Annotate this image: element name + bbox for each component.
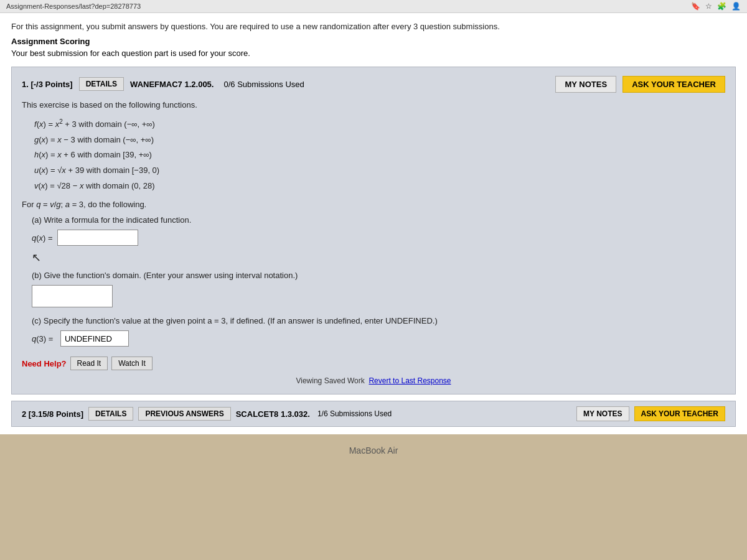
macbook-bar: MacBook Air xyxy=(0,434,747,462)
assignment-info: For this assignment, you submit answers … xyxy=(11,21,736,33)
cursor-indicator: ↖ xyxy=(32,251,725,264)
viewing-saved-row: Viewing Saved Work Revert to Last Respon… xyxy=(22,376,725,385)
part-c-text: (c) Specify the function's value at the … xyxy=(32,316,438,325)
watch-it-button[interactable]: Watch It xyxy=(111,357,153,370)
macbook-label: MacBook Air xyxy=(349,446,398,455)
question-1-body: This exercise is based on the following … xyxy=(22,100,725,386)
best-submission-line: Your best submission for each question p… xyxy=(11,49,736,58)
part-a-prefix: q(x) = xyxy=(32,233,55,243)
exercise-intro: This exercise is based on the following … xyxy=(22,100,725,110)
part-a-label: (a) Write a formula for the indicated fu… xyxy=(32,215,725,225)
account-icon[interactable]: 👤 xyxy=(731,2,741,11)
main-content: For this assignment, you submit answers … xyxy=(0,13,747,434)
function-f: f(x) = x2 + 3 with domain (−∞, +∞) xyxy=(34,116,725,133)
part-b-label: (b) Give the function's domain. (Enter y… xyxy=(32,271,725,280)
function-u: u(x) = √x + 39 with domain [−39, 0) xyxy=(34,163,725,179)
revert-link[interactable]: Revert to Last Response xyxy=(369,376,451,385)
part-a-text: (a) Write a formula for the indicated fu… xyxy=(32,215,191,225)
question-2-details-button[interactable]: DETAILS xyxy=(88,407,133,421)
for-q-text: For q = v/g; a = 3, do the following. xyxy=(22,200,725,209)
question-2-bar: 2 [3.15/8 Points] DETAILS PREVIOUS ANSWE… xyxy=(11,401,736,427)
question-2-points: 2 [3.15/8 Points] xyxy=(22,409,83,419)
question-2-title: SCALCET8 1.3.032. xyxy=(236,409,310,419)
top-bar: Assignment-Responses/last?dep=28278773 🔖… xyxy=(0,0,747,13)
part-c-input[interactable] xyxy=(60,330,129,347)
part-b-text: (b) Give the function's domain. (Enter y… xyxy=(32,271,298,280)
bottom-ask-teacher-button[interactable]: ASK YOUR TEACHER xyxy=(634,406,725,421)
cursor-arrow-icon: ↖ xyxy=(32,251,41,264)
part-c-input-row: q(3) = xyxy=(32,330,725,347)
function-g: g(x) = x − 3 with domain (−∞, +∞) xyxy=(34,133,725,148)
functions-list: f(x) = x2 + 3 with domain (−∞, +∞) g(x) … xyxy=(34,116,725,194)
details-button[interactable]: DETAILS xyxy=(79,77,124,91)
bookmark-icon[interactable]: 🔖 xyxy=(691,2,700,11)
url-bar: Assignment-Responses/last?dep=28278773 xyxy=(6,2,141,10)
browser-icons: 🔖 ☆ 🧩 👤 xyxy=(691,2,741,11)
viewing-saved-text: Viewing Saved Work xyxy=(296,376,364,385)
star-icon[interactable]: ☆ xyxy=(705,2,712,11)
need-help-row: Need Help? Read It Watch It xyxy=(22,357,725,370)
question-1-title: WANEFMAC7 1.2.005. xyxy=(130,80,214,89)
my-notes-button[interactable]: MY NOTES xyxy=(555,76,616,93)
bottom-my-notes-button[interactable]: MY NOTES xyxy=(576,406,629,421)
function-v: v(x) = √28 − x with domain (0, 28) xyxy=(34,179,725,194)
part-b-input[interactable] xyxy=(32,285,113,307)
submissions-used: 0/6 Submissions Used xyxy=(223,80,304,89)
question-1-header: 1. [-/3 Points] DETAILS WANEFMAC7 1.2.00… xyxy=(22,76,725,93)
question-1-points: 1. [-/3 Points] xyxy=(22,80,73,89)
ask-teacher-button[interactable]: ASK YOUR TEACHER xyxy=(622,76,725,93)
extensions-icon[interactable]: 🧩 xyxy=(717,2,726,11)
function-h: h(x) = x + 6 with domain [39, +∞) xyxy=(34,147,725,163)
read-it-button[interactable]: Read It xyxy=(70,357,108,370)
part-a-input-row: q(x) = xyxy=(32,230,725,246)
previous-answers-button[interactable]: PREVIOUS ANSWERS xyxy=(138,407,230,421)
question-1-block: 1. [-/3 Points] DETAILS WANEFMAC7 1.2.00… xyxy=(11,67,736,395)
part-a-input[interactable] xyxy=(57,230,138,246)
need-help-label: Need Help? xyxy=(22,359,67,368)
part-c-label: (c) Specify the function's value at the … xyxy=(32,316,725,325)
part-c-prefix: q(3) = xyxy=(32,334,55,343)
assignment-scoring-label: Assignment Scoring xyxy=(11,37,736,46)
question-2-submissions: 1/6 Submissions Used xyxy=(317,409,392,418)
